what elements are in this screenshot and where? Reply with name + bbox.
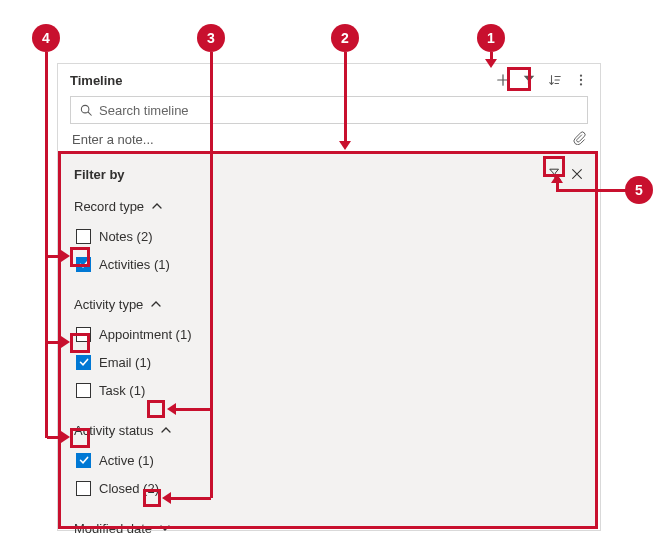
sort-button[interactable] — [544, 69, 566, 91]
option-activities[interactable]: Activities (1) — [76, 250, 588, 278]
more-vertical-icon — [574, 73, 588, 87]
chevron-down-icon — [158, 521, 172, 535]
option-label: Appointment (1) — [99, 327, 192, 342]
option-active[interactable]: Active (1) — [76, 446, 588, 474]
section-label: Record type — [74, 199, 144, 214]
section-label: Modified date — [74, 521, 152, 536]
option-label: Notes (2) — [99, 229, 152, 244]
annotation-badge-5: 5 — [625, 176, 653, 204]
section-header-modified-date[interactable]: Modified date — [74, 518, 588, 538]
option-appointment[interactable]: Appointment (1) — [76, 320, 588, 348]
section-activity-type: Activity type Appointment (1) Email (1) — [74, 294, 588, 404]
filter-icon — [522, 73, 536, 87]
checkbox-icon — [76, 481, 91, 496]
plus-icon — [496, 73, 510, 87]
chevron-up-icon — [150, 199, 164, 213]
chevron-up-icon — [159, 423, 173, 437]
annotation-badge-2: 2 — [331, 24, 359, 52]
filter-panel: Filter by Record type — [60, 153, 598, 527]
filter-button[interactable] — [518, 69, 540, 91]
section-header-activity-type[interactable]: Activity type — [74, 294, 588, 314]
note-input[interactable]: Enter a note... — [72, 132, 154, 147]
option-email[interactable]: Email (1) — [76, 348, 588, 376]
checkbox-checked-icon — [76, 355, 91, 370]
section-label: Activity status — [74, 423, 153, 438]
option-label: Task (1) — [99, 383, 145, 398]
sort-icon — [548, 73, 562, 87]
section-record-type: Record type Notes (2) Activities (1) — [74, 196, 588, 278]
paperclip-icon — [572, 131, 586, 145]
svg-point-1 — [580, 79, 582, 81]
attachment-button[interactable] — [572, 131, 586, 148]
section-header-activity-status[interactable]: Activity status — [74, 420, 588, 440]
checkbox-checked-icon — [76, 257, 91, 272]
close-icon — [570, 167, 584, 181]
checkbox-icon — [76, 327, 91, 342]
option-label: Email (1) — [99, 355, 151, 370]
checkbox-checked-icon — [76, 453, 91, 468]
checkbox-icon — [76, 229, 91, 244]
svg-point-3 — [81, 105, 89, 113]
chevron-up-icon — [149, 297, 163, 311]
annotation-badge-1: 1 — [477, 24, 505, 52]
section-activity-status: Activity status Active (1) Closed (2) — [74, 420, 588, 502]
svg-point-0 — [580, 74, 582, 76]
option-task[interactable]: Task (1) — [76, 376, 588, 404]
section-modified-date: Modified date — [74, 518, 588, 538]
checkbox-icon — [76, 383, 91, 398]
more-commands-button[interactable] — [570, 69, 592, 91]
timeline-card: Timeline Search timeli — [57, 63, 601, 531]
section-label: Activity type — [74, 297, 143, 312]
option-label: Activities (1) — [99, 257, 170, 272]
annotation-badge-3: 3 — [197, 24, 225, 52]
search-input[interactable]: Search timeline — [70, 96, 588, 124]
search-placeholder: Search timeline — [99, 103, 189, 118]
section-header-record-type[interactable]: Record type — [74, 196, 588, 216]
annotation-badge-4: 4 — [32, 24, 60, 52]
filter-title: Filter by — [74, 167, 125, 182]
search-icon — [79, 103, 93, 117]
option-notes[interactable]: Notes (2) — [76, 222, 588, 250]
add-record-button[interactable] — [492, 69, 514, 91]
svg-point-2 — [580, 83, 582, 85]
timeline-title: Timeline — [70, 73, 488, 88]
close-filter-button[interactable] — [566, 163, 588, 185]
option-closed[interactable]: Closed (2) — [76, 474, 588, 502]
option-label: Closed (2) — [99, 481, 159, 496]
option-label: Active (1) — [99, 453, 154, 468]
